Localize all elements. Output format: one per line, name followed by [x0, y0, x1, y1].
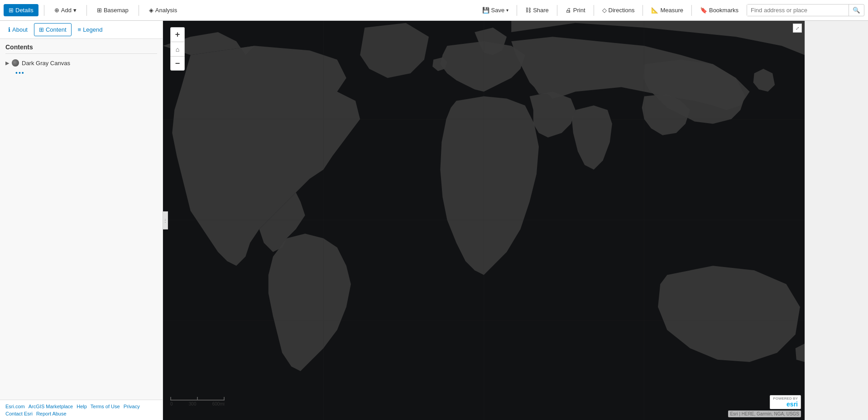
add-button[interactable]: ⊕ Add ▾ [50, 4, 81, 16]
layer-name: Dark Gray Canvas [22, 60, 70, 67]
print-label: Print [573, 7, 585, 14]
scale-segment-2 [198, 397, 224, 400]
map-attribution: Esri | HERE, Garmin, NGA, USGS [728, 410, 801, 417]
legend-icon: ≡ [78, 26, 82, 33]
divider-6 [594, 5, 594, 16]
search-input[interactable] [747, 5, 849, 16]
zoom-home-button[interactable]: ⌂ [170, 42, 185, 56]
layer-options: ••• [15, 69, 157, 76]
scale-labels: 0 300 600mi [170, 401, 225, 406]
measure-label: Measure [660, 7, 683, 14]
toolbar-left: ⊞ Details ⊕ Add ▾ ⊞ Basemap ◈ Analysis [4, 4, 182, 16]
save-arrow-icon: ▾ [506, 8, 508, 13]
collapse-icon: ⋮ [163, 218, 168, 223]
details-label: Details [15, 7, 34, 14]
analysis-label: Analysis [155, 7, 177, 14]
map-svg [163, 21, 805, 420]
basemap-icon: ⊞ [97, 7, 102, 14]
esri-logo-text: esri [786, 401, 798, 408]
share-icon: ⛓ [525, 7, 531, 14]
map-container[interactable]: + ⌂ − 0 300 600mi Esri | HERE, Garmin, N… [163, 21, 805, 420]
directions-label: Directions [609, 7, 635, 14]
bookmarks-button[interactable]: 🔖 Bookmarks [695, 4, 743, 16]
analysis-button[interactable]: ◈ Analysis [144, 4, 182, 16]
basemap-label: Basemap [104, 7, 129, 14]
layer-expand-icon: ▶ [5, 60, 9, 66]
footer-privacy-link[interactable]: Privacy [124, 404, 140, 409]
footer-terms-link[interactable]: Terms of Use [91, 404, 120, 409]
scale-label-1: 300 [189, 401, 197, 406]
directions-icon: ◇ [602, 7, 607, 14]
share-button[interactable]: ⛓ Share [521, 4, 553, 16]
sidebar-collapse-handle[interactable]: ⋮ [163, 211, 168, 229]
divider-7 [643, 5, 643, 16]
details-button[interactable]: ⊞ Details [4, 4, 38, 16]
search-button[interactable]: 🔍 [849, 5, 864, 16]
tab-legend-label: Legend [83, 26, 102, 33]
scale-bar-line [170, 397, 225, 401]
save-button[interactable]: 💾 Save ▾ [478, 4, 513, 16]
scale-segment-1 [171, 397, 198, 400]
tab-about[interactable]: ℹ About [4, 24, 32, 36]
save-label: Save [491, 7, 505, 14]
tab-content-label: Content [46, 26, 67, 33]
search-icon: 🔍 [853, 7, 860, 14]
scale-label-0: 0 [170, 401, 173, 406]
toolbar: ⊞ Details ⊕ Add ▾ ⊞ Basemap ◈ Analysis 💾… [0, 0, 868, 21]
print-button[interactable]: 🖨 Print [561, 4, 590, 16]
divider-1 [44, 5, 44, 16]
sidebar-footer: Esri.com ArcGIS Marketplace Help Terms o… [0, 400, 163, 420]
main-content: ℹ About ⊞ Content ≡ Legend Contents ▶ Da… [0, 21, 868, 420]
sidebar-content: Contents ▶ Dark Gray Canvas ••• [0, 39, 163, 400]
layer-item[interactable]: ▶ Dark Gray Canvas [5, 57, 157, 68]
right-panel [805, 21, 868, 420]
add-icon: ⊕ [54, 7, 59, 14]
print-icon: 🖨 [566, 7, 571, 14]
powered-by-text: POWERED BY [773, 396, 798, 401]
divider-4 [517, 5, 517, 16]
search-container: 🔍 [747, 4, 864, 16]
bookmarks-label: Bookmarks [709, 7, 739, 14]
basemap-button[interactable]: ⊞ Basemap [92, 4, 133, 16]
contents-title: Contents [5, 43, 157, 54]
directions-button[interactable]: ◇ Directions [598, 4, 639, 16]
share-label: Share [533, 7, 549, 14]
footer-esri-link[interactable]: Esri.com [5, 404, 25, 409]
scale-label-2: 600mi [212, 401, 225, 406]
footer-contact-link[interactable]: Contact Esri [5, 411, 33, 416]
add-arrow-icon: ▾ [73, 7, 77, 14]
measure-icon: 📐 [651, 7, 658, 14]
save-icon: 💾 [482, 7, 489, 14]
toolbar-right: 💾 Save ▾ ⛓ Share 🖨 Print ◇ Directions 📐 … [478, 4, 864, 16]
measure-button[interactable]: 📐 Measure [647, 4, 688, 16]
analysis-icon: ◈ [149, 7, 153, 14]
sidebar-tabs: ℹ About ⊞ Content ≡ Legend [0, 21, 163, 39]
footer-marketplace-link[interactable]: ArcGIS Marketplace [29, 404, 73, 409]
esri-logo-box: POWERED BY esri [770, 395, 801, 409]
tab-content[interactable]: ⊞ Content [34, 23, 72, 36]
sidebar: ℹ About ⊞ Content ≡ Legend Contents ▶ Da… [0, 21, 163, 420]
divider-5 [557, 5, 557, 16]
expand-icon: ⤢ [796, 26, 799, 31]
content-icon: ⊞ [39, 26, 44, 33]
layer-thumbnail [12, 59, 19, 67]
esri-logo: POWERED BY esri [770, 395, 801, 409]
add-label: Add [61, 7, 72, 14]
about-icon: ℹ [8, 26, 10, 33]
footer-report-link[interactable]: Report Abuse [36, 411, 67, 416]
divider-8 [691, 5, 692, 16]
tab-about-label: About [12, 26, 28, 33]
zoom-in-button[interactable]: + [170, 27, 185, 42]
tab-legend[interactable]: ≡ Legend [73, 24, 107, 36]
bookmarks-icon: 🔖 [700, 7, 707, 14]
divider-2 [86, 5, 87, 16]
footer-help-link[interactable]: Help [77, 404, 87, 409]
map-expand-button[interactable]: ⤢ [793, 24, 802, 33]
details-icon: ⊞ [9, 7, 14, 14]
scale-bar: 0 300 600mi [170, 397, 225, 406]
layer-dots[interactable]: ••• [15, 69, 25, 76]
divider-3 [139, 5, 139, 16]
zoom-out-button[interactable]: − [170, 56, 185, 71]
attribution-text: Esri | HERE, Garmin, NGA, USGS [730, 411, 799, 416]
zoom-controls: + ⌂ − [170, 27, 185, 71]
